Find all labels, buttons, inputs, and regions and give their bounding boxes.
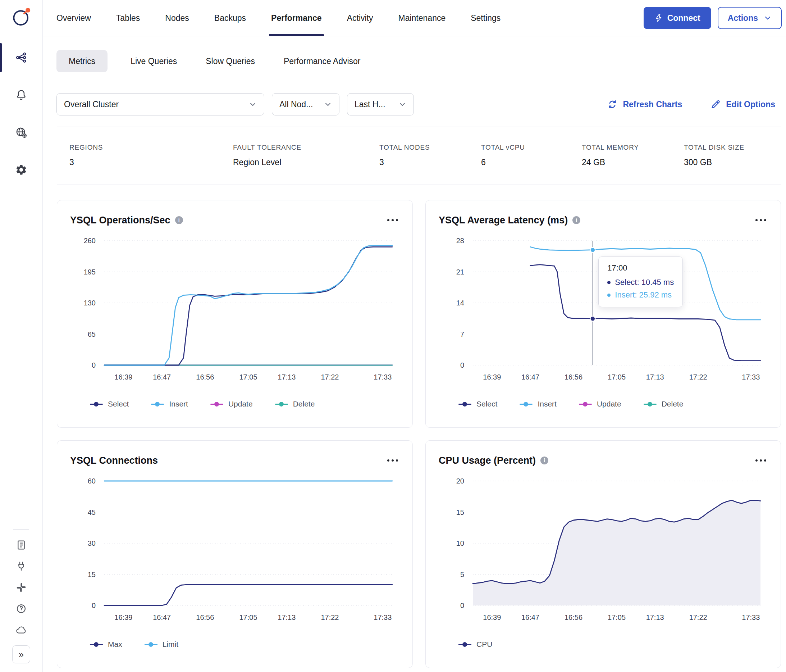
info-icon[interactable]: i (541, 456, 548, 464)
legend-marker (210, 401, 223, 407)
svg-text:17:33: 17:33 (742, 613, 760, 621)
subtab-live-queries[interactable]: Live Queries (125, 50, 183, 72)
tab-overview[interactable]: Overview (57, 0, 91, 36)
stat-value: 24 GB (582, 157, 684, 167)
performance-subtabs: Metrics Live Queries Slow Queries Perfor… (43, 36, 786, 72)
yugabyte-logo[interactable] (10, 6, 32, 28)
chart-canvas: 0510152016:3916:4716:5617:0517:1317:2217… (439, 476, 768, 624)
chart-legend: Select Insert Update Delete (90, 400, 399, 408)
svg-text:0: 0 (460, 601, 464, 609)
svg-text:130: 130 (84, 299, 96, 307)
stat-total-memory: TOTAL MEMORY 24 GB (582, 143, 684, 167)
cluster-tabs: Overview Tables Nodes Backups Performanc… (57, 0, 500, 36)
sidebar-item-help[interactable] (16, 603, 27, 614)
pencil-icon (710, 99, 721, 110)
connect-button[interactable]: Connect (644, 7, 711, 29)
sidebar-item-settings[interactable] (0, 151, 42, 189)
svg-text:17:33: 17:33 (742, 373, 760, 381)
info-icon[interactable]: i (175, 216, 183, 224)
svg-text:60: 60 (88, 477, 96, 485)
sidebar-item-cloud[interactable] (16, 624, 27, 636)
sidebar: » (0, 0, 43, 672)
sidebar-item-alerts[interactable] (0, 76, 42, 114)
subtab-performance-advisor[interactable]: Performance Advisor (278, 50, 366, 72)
legend-item-select[interactable]: Select (459, 400, 497, 408)
svg-text:30: 30 (88, 539, 96, 547)
svg-text:45: 45 (88, 508, 96, 516)
legend-label: Select (476, 400, 497, 408)
svg-text:0: 0 (460, 361, 464, 369)
svg-text:15: 15 (456, 508, 464, 516)
svg-text:17:05: 17:05 (608, 373, 626, 381)
tab-backups[interactable]: Backups (214, 0, 246, 36)
subtab-slow-queries[interactable]: Slow Queries (200, 50, 261, 72)
svg-text:16:39: 16:39 (483, 613, 501, 621)
stat-total-vcpu: TOTAL vCPU 6 (481, 143, 582, 167)
svg-text:14: 14 (456, 299, 464, 307)
stat-label: TOTAL vCPU (481, 143, 582, 151)
legend-item-insert[interactable]: Insert (520, 400, 556, 408)
chart-menu-button[interactable] (386, 216, 399, 225)
legend-item-update[interactable]: Update (579, 400, 621, 408)
tab-maintenance[interactable]: Maintenance (398, 0, 446, 36)
tab-tables[interactable]: Tables (116, 0, 140, 36)
cluster-scope-select[interactable]: Overall Cluster (57, 93, 264, 115)
svg-text:17:05: 17:05 (608, 613, 626, 621)
actions-button[interactable]: Actions (718, 7, 782, 29)
chart-menu-button[interactable] (754, 456, 768, 465)
chart-title: YSQL Average Latency (ms) (439, 215, 568, 226)
legend-item-select[interactable]: Select (90, 400, 129, 408)
tab-performance[interactable]: Performance (271, 0, 322, 36)
sidebar-item-slack[interactable] (16, 582, 27, 593)
legend-label: Update (597, 400, 621, 408)
stat-label: TOTAL MEMORY (582, 143, 684, 151)
tooltip-row-text: Insert: 25.92 ms (615, 290, 672, 300)
legend-item-cpu[interactable]: CPU (459, 640, 492, 648)
svg-text:17:05: 17:05 (239, 373, 257, 381)
chevron-down-icon (324, 101, 332, 108)
sidebar-collapse-button[interactable]: » (12, 645, 30, 663)
tab-activity[interactable]: Activity (347, 0, 373, 36)
sidebar-item-network[interactable] (0, 114, 42, 151)
stat-label: TOTAL DISK SIZE (684, 143, 781, 151)
filter-links: Refresh Charts Edit Options (607, 99, 775, 110)
bolt-icon (654, 14, 663, 22)
svg-text:16:56: 16:56 (564, 373, 583, 381)
cluster-scope-value: Overall Cluster (64, 100, 245, 109)
chart-legend: Max Limit (90, 640, 399, 648)
chart-canvas: 06513019526016:3916:4716:5617:0517:1317:… (70, 236, 399, 384)
legend-item-delete[interactable]: Delete (275, 400, 315, 408)
series-dot (607, 281, 610, 284)
chart-title: CPU Usage (Percent) (439, 455, 536, 466)
nodes-select[interactable]: All Nod... (272, 93, 340, 115)
sidebar-item-docs[interactable] (16, 539, 27, 551)
time-range-value: Last H... (355, 100, 394, 109)
tab-settings[interactable]: Settings (471, 0, 500, 36)
sidebar-item-clusters[interactable] (0, 39, 42, 76)
legend-item-insert[interactable]: Insert (151, 400, 188, 408)
legend-item-max[interactable]: Max (90, 640, 122, 648)
collapse-chevrons-icon: » (19, 649, 24, 660)
time-range-select[interactable]: Last H... (347, 93, 414, 115)
chart-menu-button[interactable] (754, 216, 768, 225)
legend-marker (459, 401, 472, 407)
legend-item-limit[interactable]: Limit (145, 640, 178, 648)
sidebar-item-integrations[interactable] (16, 560, 27, 572)
subtab-metrics[interactable]: Metrics (57, 50, 107, 72)
info-icon[interactable]: i (572, 216, 580, 224)
stat-total-nodes: TOTAL NODES 3 (379, 143, 481, 167)
legend-item-update[interactable]: Update (210, 400, 253, 408)
tab-nodes[interactable]: Nodes (165, 0, 189, 36)
refresh-charts-button[interactable]: Refresh Charts (607, 99, 682, 110)
svg-text:17:05: 17:05 (239, 613, 257, 621)
svg-text:21: 21 (456, 268, 464, 276)
edit-options-button[interactable]: Edit Options (710, 99, 775, 110)
legend-marker (459, 642, 472, 647)
tooltip-row-text: Select: 10.45 ms (615, 278, 674, 287)
legend-item-delete[interactable]: Delete (644, 400, 684, 408)
chart-menu-button[interactable] (386, 456, 399, 465)
document-icon (16, 539, 27, 551)
legend-marker (90, 642, 103, 647)
gear-icon (15, 164, 27, 176)
connect-button-label: Connect (667, 13, 700, 23)
